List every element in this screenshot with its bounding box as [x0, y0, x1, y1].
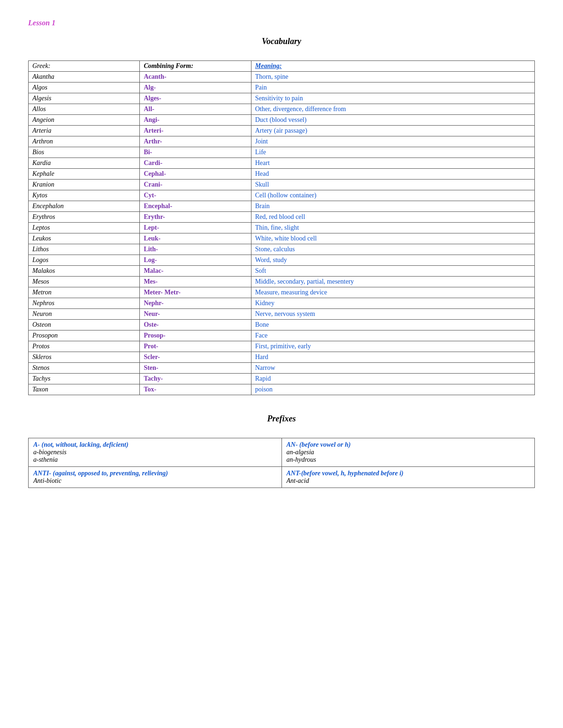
- vocabulary-section-title: Vocabulary: [28, 37, 535, 46]
- cell-meaning: Kidney: [251, 298, 534, 309]
- cell-combining: Cardi-: [140, 158, 251, 169]
- header-greek: Greek:: [29, 61, 140, 72]
- table-row: TaxonTox-poison: [29, 384, 535, 395]
- cell-greek: Skleros: [29, 352, 140, 363]
- cell-meaning: Bone: [251, 320, 534, 330]
- table-row: AkanthaAcanth-Thorn, spine: [29, 72, 535, 83]
- cell-combining: Prot-: [140, 341, 251, 352]
- cell-meaning: Brain: [251, 201, 534, 212]
- cell-combining: Meter- Metr-: [140, 287, 251, 298]
- table-row: AngeionAngi-Duct (blood vessel): [29, 115, 535, 126]
- cell-meaning: Rapid: [251, 374, 534, 384]
- cell-combining: Mes-: [140, 277, 251, 287]
- table-row: SklerosScler-Hard: [29, 352, 535, 363]
- prefix-an-title: AN- (before vowel or h): [287, 441, 351, 448]
- cell-greek: Leptos: [29, 223, 140, 233]
- cell-meaning: Life: [251, 147, 534, 158]
- cell-greek: Encephalon: [29, 201, 140, 212]
- cell-combining: Alges-: [140, 93, 251, 104]
- cell-combining: Erythr-: [140, 212, 251, 223]
- prefix-a-title: A- (not, without, lacking, deficient): [33, 441, 129, 448]
- cell-combining: Alg-: [140, 83, 251, 93]
- prefix-cell-ant: ANT-(before vowel, h, hyphenated before …: [282, 467, 535, 488]
- cell-greek: Lithos: [29, 244, 140, 255]
- table-row: OsteonOste-Bone: [29, 320, 535, 330]
- cell-combining: Acanth-: [140, 72, 251, 83]
- cell-meaning: Narrow: [251, 363, 534, 374]
- prefix-anti-title: ANTI- (against, opposed to, preventing, …: [33, 470, 168, 477]
- prefix-cell-a: A- (not, without, lacking, deficient) a-…: [29, 438, 282, 467]
- cell-combining: Cephal-: [140, 169, 251, 180]
- cell-meaning: Heart: [251, 158, 534, 169]
- cell-meaning: poison: [251, 384, 534, 395]
- table-header-row: Greek: Combining Form: Meaning:: [29, 61, 535, 72]
- cell-combining: Neur-: [140, 309, 251, 320]
- table-row: AlgesisAlges-Sensitivity to pain: [29, 93, 535, 104]
- cell-combining: Lith-: [140, 244, 251, 255]
- lesson-title: Lesson 1: [28, 19, 535, 27]
- cell-meaning: Middle, secondary, partial, mesentery: [251, 277, 534, 287]
- prefix-an-ex2: an-hydrous: [287, 456, 316, 463]
- cell-meaning: Face: [251, 330, 534, 341]
- cell-meaning: Measure, measuring device: [251, 287, 534, 298]
- cell-greek: Protos: [29, 341, 140, 352]
- cell-meaning: Skull: [251, 180, 534, 190]
- table-row: KytosCyt-Cell (hollow container): [29, 190, 535, 201]
- prefix-an-ex1: an-algesia: [287, 449, 314, 456]
- prefix-cell-an: AN- (before vowel or h) an-algesia an-hy…: [282, 438, 535, 467]
- prefix-row-2: ANTI- (against, opposed to, preventing, …: [29, 467, 535, 488]
- cell-greek: Allos: [29, 104, 140, 115]
- cell-greek: Erythros: [29, 212, 140, 223]
- cell-combining: Bi-: [140, 147, 251, 158]
- cell-combining: Malac-: [140, 266, 251, 277]
- cell-greek: Akantha: [29, 72, 140, 83]
- cell-combining: Scler-: [140, 352, 251, 363]
- table-row: NephrosNephr-Kidney: [29, 298, 535, 309]
- prefix-ant-ex1: Ant-acid: [287, 477, 309, 484]
- cell-greek: Leukos: [29, 233, 140, 244]
- prefix-ant-title: ANT-(before vowel, h, hyphenated before …: [287, 470, 404, 477]
- cell-meaning: Cell (hollow container): [251, 190, 534, 201]
- cell-combining: Tox-: [140, 384, 251, 395]
- table-row: AlgosAlg-Pain: [29, 83, 535, 93]
- cell-combining: Log-: [140, 255, 251, 266]
- cell-meaning: Nerve, nervous system: [251, 309, 534, 320]
- cell-combining: Oste-: [140, 320, 251, 330]
- cell-meaning: Sensitivity to pain: [251, 93, 534, 104]
- table-row: ProsoponProsop-Face: [29, 330, 535, 341]
- cell-meaning: Thorn, spine: [251, 72, 534, 83]
- cell-greek: Kranion: [29, 180, 140, 190]
- cell-greek: Neuron: [29, 309, 140, 320]
- cell-meaning: Thin, fine, slight: [251, 223, 534, 233]
- cell-combining: Tachy-: [140, 374, 251, 384]
- cell-greek: Kephale: [29, 169, 140, 180]
- cell-greek: Prosopon: [29, 330, 140, 341]
- cell-meaning: Pain: [251, 83, 534, 93]
- prefix-row-1: A- (not, without, lacking, deficient) a-…: [29, 438, 535, 467]
- cell-greek: Stenos: [29, 363, 140, 374]
- cell-combining: Crani-: [140, 180, 251, 190]
- table-row: ArteriaArteri-Artery (air passage): [29, 126, 535, 136]
- cell-greek: Algos: [29, 83, 140, 93]
- header-meaning: Meaning:: [251, 61, 534, 72]
- cell-combining: Cyt-: [140, 190, 251, 201]
- table-row: LogosLog-Word, study: [29, 255, 535, 266]
- cell-greek: Bios: [29, 147, 140, 158]
- cell-combining: Angi-: [140, 115, 251, 126]
- table-row: KardiaCardi-Heart: [29, 158, 535, 169]
- cell-greek: Angeion: [29, 115, 140, 126]
- cell-greek: Kardia: [29, 158, 140, 169]
- cell-combining: Arthr-: [140, 136, 251, 147]
- cell-meaning: White, white blood cell: [251, 233, 534, 244]
- prefix-anti-ex1: Anti-biotic: [33, 477, 61, 484]
- cell-greek: Logos: [29, 255, 140, 266]
- prefixes-table: A- (not, without, lacking, deficient) a-…: [28, 438, 535, 488]
- cell-meaning: First, primitive, early: [251, 341, 534, 352]
- cell-meaning: Artery (air passage): [251, 126, 534, 136]
- vocabulary-table: Greek: Combining Form: Meaning: AkanthaA…: [28, 60, 535, 395]
- cell-greek: Osteon: [29, 320, 140, 330]
- cell-meaning: Joint: [251, 136, 534, 147]
- cell-greek: Tachys: [29, 374, 140, 384]
- cell-meaning: Red, red blood cell: [251, 212, 534, 223]
- table-row: KephaleCephal-Head: [29, 169, 535, 180]
